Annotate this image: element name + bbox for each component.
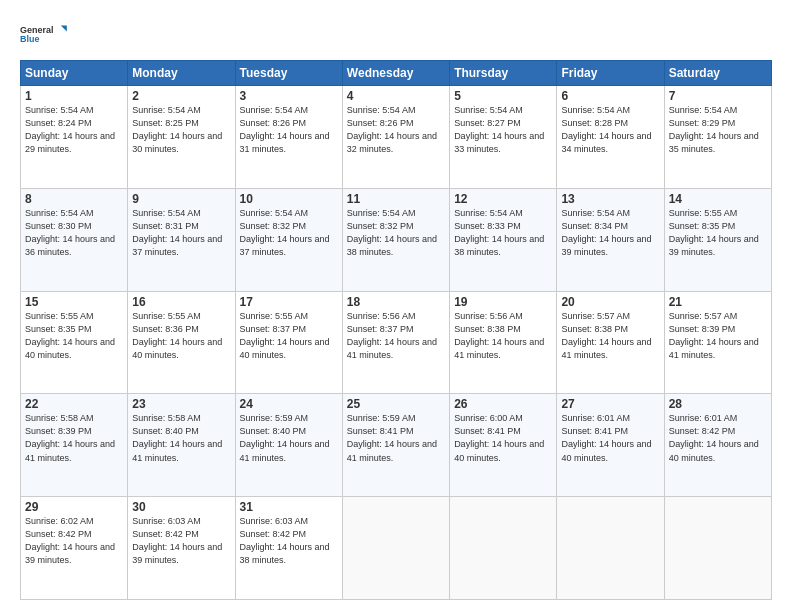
calendar-week-5: 29 Sunrise: 6:02 AM Sunset: 8:42 PM Dayl… [21,497,772,600]
day-number: 28 [669,397,767,411]
day-info: Sunrise: 5:55 AM Sunset: 8:37 PM Dayligh… [240,310,338,362]
day-number: 29 [25,500,123,514]
calendar-cell: 8 Sunrise: 5:54 AM Sunset: 8:30 PM Dayli… [21,188,128,291]
logo: General Blue [20,16,68,52]
calendar-cell [664,497,771,600]
day-number: 3 [240,89,338,103]
calendar-cell: 14 Sunrise: 5:55 AM Sunset: 8:35 PM Dayl… [664,188,771,291]
svg-text:Blue: Blue [20,34,40,44]
day-number: 5 [454,89,552,103]
calendar-cell: 17 Sunrise: 5:55 AM Sunset: 8:37 PM Dayl… [235,291,342,394]
day-number: 22 [25,397,123,411]
svg-marker-2 [61,26,67,32]
calendar-cell: 1 Sunrise: 5:54 AM Sunset: 8:24 PM Dayli… [21,86,128,189]
day-info: Sunrise: 5:55 AM Sunset: 8:35 PM Dayligh… [25,310,123,362]
calendar-cell: 4 Sunrise: 5:54 AM Sunset: 8:26 PM Dayli… [342,86,449,189]
day-info: Sunrise: 5:59 AM Sunset: 8:41 PM Dayligh… [347,412,445,464]
day-number: 24 [240,397,338,411]
day-number: 20 [561,295,659,309]
calendar-week-4: 22 Sunrise: 5:58 AM Sunset: 8:39 PM Dayl… [21,394,772,497]
day-info: Sunrise: 5:54 AM Sunset: 8:26 PM Dayligh… [240,104,338,156]
col-header-saturday: Saturday [664,61,771,86]
day-info: Sunrise: 5:54 AM Sunset: 8:31 PM Dayligh… [132,207,230,259]
day-number: 21 [669,295,767,309]
calendar-cell: 21 Sunrise: 5:57 AM Sunset: 8:39 PM Dayl… [664,291,771,394]
day-info: Sunrise: 5:57 AM Sunset: 8:39 PM Dayligh… [669,310,767,362]
calendar-week-3: 15 Sunrise: 5:55 AM Sunset: 8:35 PM Dayl… [21,291,772,394]
logo-svg: General Blue [20,16,68,52]
calendar-table: SundayMondayTuesdayWednesdayThursdayFrid… [20,60,772,600]
day-number: 2 [132,89,230,103]
calendar-cell: 19 Sunrise: 5:56 AM Sunset: 8:38 PM Dayl… [450,291,557,394]
calendar-cell: 27 Sunrise: 6:01 AM Sunset: 8:41 PM Dayl… [557,394,664,497]
calendar-cell [450,497,557,600]
day-number: 1 [25,89,123,103]
col-header-sunday: Sunday [21,61,128,86]
day-number: 17 [240,295,338,309]
day-number: 26 [454,397,552,411]
col-header-friday: Friday [557,61,664,86]
calendar-week-2: 8 Sunrise: 5:54 AM Sunset: 8:30 PM Dayli… [21,188,772,291]
day-number: 16 [132,295,230,309]
calendar-cell: 30 Sunrise: 6:03 AM Sunset: 8:42 PM Dayl… [128,497,235,600]
calendar-cell: 13 Sunrise: 5:54 AM Sunset: 8:34 PM Dayl… [557,188,664,291]
day-info: Sunrise: 5:54 AM Sunset: 8:28 PM Dayligh… [561,104,659,156]
calendar-cell: 26 Sunrise: 6:00 AM Sunset: 8:41 PM Dayl… [450,394,557,497]
col-header-wednesday: Wednesday [342,61,449,86]
day-number: 8 [25,192,123,206]
calendar-cell: 20 Sunrise: 5:57 AM Sunset: 8:38 PM Dayl… [557,291,664,394]
day-info: Sunrise: 5:55 AM Sunset: 8:36 PM Dayligh… [132,310,230,362]
day-info: Sunrise: 6:03 AM Sunset: 8:42 PM Dayligh… [132,515,230,567]
day-info: Sunrise: 5:58 AM Sunset: 8:40 PM Dayligh… [132,412,230,464]
calendar-cell: 18 Sunrise: 5:56 AM Sunset: 8:37 PM Dayl… [342,291,449,394]
day-info: Sunrise: 5:54 AM Sunset: 8:26 PM Dayligh… [347,104,445,156]
calendar-cell [342,497,449,600]
day-number: 31 [240,500,338,514]
day-info: Sunrise: 5:56 AM Sunset: 8:38 PM Dayligh… [454,310,552,362]
day-info: Sunrise: 5:54 AM Sunset: 8:27 PM Dayligh… [454,104,552,156]
calendar-cell: 28 Sunrise: 6:01 AM Sunset: 8:42 PM Dayl… [664,394,771,497]
day-number: 6 [561,89,659,103]
day-info: Sunrise: 5:54 AM Sunset: 8:33 PM Dayligh… [454,207,552,259]
day-info: Sunrise: 5:56 AM Sunset: 8:37 PM Dayligh… [347,310,445,362]
calendar-week-1: 1 Sunrise: 5:54 AM Sunset: 8:24 PM Dayli… [21,86,772,189]
day-number: 10 [240,192,338,206]
day-info: Sunrise: 5:54 AM Sunset: 8:29 PM Dayligh… [669,104,767,156]
day-info: Sunrise: 5:54 AM Sunset: 8:30 PM Dayligh… [25,207,123,259]
day-number: 25 [347,397,445,411]
calendar-cell: 25 Sunrise: 5:59 AM Sunset: 8:41 PM Dayl… [342,394,449,497]
day-info: Sunrise: 5:54 AM Sunset: 8:25 PM Dayligh… [132,104,230,156]
calendar-cell: 7 Sunrise: 5:54 AM Sunset: 8:29 PM Dayli… [664,86,771,189]
day-number: 30 [132,500,230,514]
calendar-cell: 2 Sunrise: 5:54 AM Sunset: 8:25 PM Dayli… [128,86,235,189]
calendar-cell [557,497,664,600]
day-info: Sunrise: 6:00 AM Sunset: 8:41 PM Dayligh… [454,412,552,464]
day-info: Sunrise: 5:55 AM Sunset: 8:35 PM Dayligh… [669,207,767,259]
calendar-cell: 15 Sunrise: 5:55 AM Sunset: 8:35 PM Dayl… [21,291,128,394]
svg-text:General: General [20,25,54,35]
day-info: Sunrise: 5:54 AM Sunset: 8:32 PM Dayligh… [240,207,338,259]
calendar-cell: 22 Sunrise: 5:58 AM Sunset: 8:39 PM Dayl… [21,394,128,497]
day-info: Sunrise: 5:54 AM Sunset: 8:32 PM Dayligh… [347,207,445,259]
day-number: 4 [347,89,445,103]
day-number: 9 [132,192,230,206]
day-number: 19 [454,295,552,309]
calendar-cell: 29 Sunrise: 6:02 AM Sunset: 8:42 PM Dayl… [21,497,128,600]
col-header-tuesday: Tuesday [235,61,342,86]
calendar-cell: 11 Sunrise: 5:54 AM Sunset: 8:32 PM Dayl… [342,188,449,291]
day-number: 12 [454,192,552,206]
calendar-cell: 6 Sunrise: 5:54 AM Sunset: 8:28 PM Dayli… [557,86,664,189]
day-info: Sunrise: 6:01 AM Sunset: 8:41 PM Dayligh… [561,412,659,464]
day-info: Sunrise: 6:01 AM Sunset: 8:42 PM Dayligh… [669,412,767,464]
calendar-cell: 9 Sunrise: 5:54 AM Sunset: 8:31 PM Dayli… [128,188,235,291]
day-info: Sunrise: 5:54 AM Sunset: 8:24 PM Dayligh… [25,104,123,156]
day-number: 7 [669,89,767,103]
calendar-cell: 10 Sunrise: 5:54 AM Sunset: 8:32 PM Dayl… [235,188,342,291]
day-number: 18 [347,295,445,309]
calendar-cell: 3 Sunrise: 5:54 AM Sunset: 8:26 PM Dayli… [235,86,342,189]
calendar-cell: 5 Sunrise: 5:54 AM Sunset: 8:27 PM Dayli… [450,86,557,189]
col-header-monday: Monday [128,61,235,86]
day-number: 23 [132,397,230,411]
day-info: Sunrise: 6:02 AM Sunset: 8:42 PM Dayligh… [25,515,123,567]
calendar-cell: 16 Sunrise: 5:55 AM Sunset: 8:36 PM Dayl… [128,291,235,394]
